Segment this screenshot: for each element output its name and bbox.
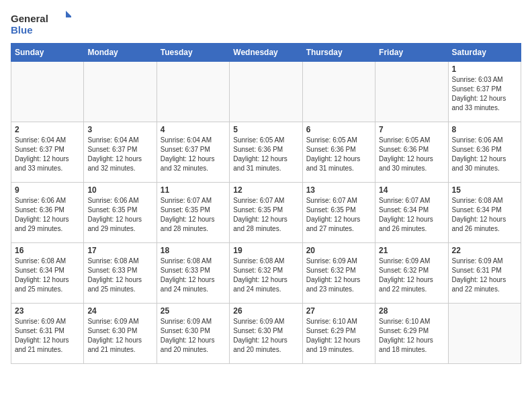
logo: General Blue: [11, 11, 71, 36]
day-cell: 28Sunrise: 6:10 AM Sunset: 6:29 PM Dayli…: [375, 304, 448, 364]
day-cell: 12Sunrise: 6:07 AM Sunset: 6:35 PM Dayli…: [230, 183, 302, 243]
day-info: Sunrise: 6:04 AM Sunset: 6:37 PM Dayligh…: [87, 136, 152, 173]
week-row-2: 2Sunrise: 6:04 AM Sunset: 6:37 PM Daylig…: [11, 122, 521, 183]
day-header-wednesday: Wednesday: [230, 44, 302, 62]
day-number: 17: [87, 246, 152, 255]
day-info: Sunrise: 6:08 AM Sunset: 6:33 PM Dayligh…: [161, 257, 226, 294]
day-cell: [375, 62, 448, 122]
day-number: 9: [15, 185, 80, 195]
day-cell: [448, 304, 521, 364]
day-header-thursday: Thursday: [302, 44, 375, 62]
day-number: 27: [306, 306, 371, 316]
day-info: Sunrise: 6:05 AM Sunset: 6:36 PM Dayligh…: [379, 136, 444, 173]
day-cell: 8Sunrise: 6:06 AM Sunset: 6:36 PM Daylig…: [448, 122, 521, 183]
day-info: Sunrise: 6:03 AM Sunset: 6:37 PM Dayligh…: [452, 75, 517, 113]
day-number: 6: [306, 125, 371, 134]
day-cell: 21Sunrise: 6:09 AM Sunset: 6:32 PM Dayli…: [375, 243, 448, 304]
day-number: 2: [15, 125, 80, 134]
day-number: 5: [233, 125, 298, 134]
day-number: 7: [379, 125, 444, 134]
day-cell: 7Sunrise: 6:05 AM Sunset: 6:36 PM Daylig…: [375, 122, 448, 183]
week-row-4: 16Sunrise: 6:08 AM Sunset: 6:34 PM Dayli…: [11, 243, 521, 304]
day-cell: 26Sunrise: 6:09 AM Sunset: 6:30 PM Dayli…: [230, 304, 302, 364]
day-number: 21: [379, 246, 444, 255]
day-info: Sunrise: 6:09 AM Sunset: 6:30 PM Dayligh…: [233, 317, 298, 355]
day-info: Sunrise: 6:09 AM Sunset: 6:31 PM Dayligh…: [452, 257, 517, 294]
day-cell: 2Sunrise: 6:04 AM Sunset: 6:37 PM Daylig…: [11, 122, 84, 183]
day-info: Sunrise: 6:09 AM Sunset: 6:31 PM Dayligh…: [15, 317, 80, 355]
day-cell: 9Sunrise: 6:06 AM Sunset: 6:36 PM Daylig…: [11, 183, 84, 243]
day-cell: 6Sunrise: 6:05 AM Sunset: 6:36 PM Daylig…: [302, 122, 375, 183]
day-number: 24: [87, 306, 152, 316]
day-number: 3: [87, 125, 152, 134]
day-number: 11: [161, 185, 226, 195]
day-cell: 13Sunrise: 6:07 AM Sunset: 6:35 PM Dayli…: [302, 183, 375, 243]
day-info: Sunrise: 6:07 AM Sunset: 6:34 PM Dayligh…: [379, 196, 444, 234]
day-cell: [230, 62, 302, 122]
day-info: Sunrise: 6:08 AM Sunset: 6:34 PM Dayligh…: [452, 196, 517, 234]
day-cell: 19Sunrise: 6:08 AM Sunset: 6:32 PM Dayli…: [230, 243, 302, 304]
day-cell: 23Sunrise: 6:09 AM Sunset: 6:31 PM Dayli…: [11, 304, 84, 364]
svg-text:Blue: Blue: [11, 24, 33, 36]
day-cell: [11, 62, 84, 122]
week-row-5: 23Sunrise: 6:09 AM Sunset: 6:31 PM Dayli…: [11, 304, 521, 364]
calendar-table: SundayMondayTuesdayWednesdayThursdayFrid…: [11, 43, 521, 364]
day-header-monday: Monday: [84, 44, 157, 62]
day-cell: 1Sunrise: 6:03 AM Sunset: 6:37 PM Daylig…: [448, 62, 521, 122]
day-number: 15: [452, 185, 517, 195]
day-number: 4: [161, 125, 226, 134]
day-info: Sunrise: 6:07 AM Sunset: 6:35 PM Dayligh…: [161, 196, 226, 234]
week-row-3: 9Sunrise: 6:06 AM Sunset: 6:36 PM Daylig…: [11, 183, 521, 243]
day-header-friday: Friday: [375, 44, 448, 62]
day-cell: 24Sunrise: 6:09 AM Sunset: 6:30 PM Dayli…: [84, 304, 157, 364]
page-header: General Blue: [11, 11, 521, 36]
day-number: 1: [452, 64, 517, 74]
day-number: 10: [87, 185, 152, 195]
week-row-1: 1Sunrise: 6:03 AM Sunset: 6:37 PM Daylig…: [11, 62, 521, 122]
day-info: Sunrise: 6:04 AM Sunset: 6:37 PM Dayligh…: [15, 136, 80, 173]
day-info: Sunrise: 6:10 AM Sunset: 6:29 PM Dayligh…: [306, 317, 371, 355]
day-info: Sunrise: 6:09 AM Sunset: 6:30 PM Dayligh…: [161, 317, 226, 355]
day-number: 25: [161, 306, 226, 316]
day-info: Sunrise: 6:10 AM Sunset: 6:29 PM Dayligh…: [379, 317, 444, 355]
day-number: 23: [15, 306, 80, 316]
day-cell: 4Sunrise: 6:04 AM Sunset: 6:37 PM Daylig…: [157, 122, 229, 183]
day-cell: 16Sunrise: 6:08 AM Sunset: 6:34 PM Dayli…: [11, 243, 84, 304]
day-info: Sunrise: 6:05 AM Sunset: 6:36 PM Dayligh…: [306, 136, 371, 173]
day-number: 13: [306, 185, 371, 195]
day-info: Sunrise: 6:06 AM Sunset: 6:36 PM Dayligh…: [15, 196, 80, 234]
day-number: 22: [452, 246, 517, 255]
day-info: Sunrise: 6:04 AM Sunset: 6:37 PM Dayligh…: [161, 136, 226, 173]
svg-marker-1: [66, 11, 71, 17]
day-info: Sunrise: 6:09 AM Sunset: 6:30 PM Dayligh…: [87, 317, 152, 355]
day-cell: 15Sunrise: 6:08 AM Sunset: 6:34 PM Dayli…: [448, 183, 521, 243]
day-cell: 14Sunrise: 6:07 AM Sunset: 6:34 PM Dayli…: [375, 183, 448, 243]
day-info: Sunrise: 6:08 AM Sunset: 6:34 PM Dayligh…: [15, 257, 80, 294]
day-cell: 11Sunrise: 6:07 AM Sunset: 6:35 PM Dayli…: [157, 183, 229, 243]
day-info: Sunrise: 6:08 AM Sunset: 6:33 PM Dayligh…: [87, 257, 152, 294]
svg-text:General: General: [11, 13, 48, 24]
day-cell: 18Sunrise: 6:08 AM Sunset: 6:33 PM Dayli…: [157, 243, 229, 304]
day-number: 12: [233, 185, 298, 195]
day-cell: 3Sunrise: 6:04 AM Sunset: 6:37 PM Daylig…: [84, 122, 157, 183]
day-header-saturday: Saturday: [448, 44, 521, 62]
day-cell: 17Sunrise: 6:08 AM Sunset: 6:33 PM Dayli…: [84, 243, 157, 304]
day-header-row: SundayMondayTuesdayWednesdayThursdayFrid…: [11, 44, 521, 62]
day-cell: 27Sunrise: 6:10 AM Sunset: 6:29 PM Dayli…: [302, 304, 375, 364]
day-cell: [157, 62, 229, 122]
day-info: Sunrise: 6:09 AM Sunset: 6:32 PM Dayligh…: [306, 257, 371, 294]
day-cell: [84, 62, 157, 122]
day-cell: 20Sunrise: 6:09 AM Sunset: 6:32 PM Dayli…: [302, 243, 375, 304]
day-cell: 10Sunrise: 6:06 AM Sunset: 6:35 PM Dayli…: [84, 183, 157, 243]
day-cell: 25Sunrise: 6:09 AM Sunset: 6:30 PM Dayli…: [157, 304, 229, 364]
day-number: 26: [233, 306, 298, 316]
day-number: 16: [15, 246, 80, 255]
day-number: 8: [452, 125, 517, 134]
day-number: 20: [306, 246, 371, 255]
day-info: Sunrise: 6:07 AM Sunset: 6:35 PM Dayligh…: [306, 196, 371, 234]
day-number: 14: [379, 185, 444, 195]
day-cell: 5Sunrise: 6:05 AM Sunset: 6:36 PM Daylig…: [230, 122, 302, 183]
day-info: Sunrise: 6:06 AM Sunset: 6:35 PM Dayligh…: [87, 196, 152, 234]
day-number: 18: [161, 246, 226, 255]
day-number: 19: [233, 246, 298, 255]
